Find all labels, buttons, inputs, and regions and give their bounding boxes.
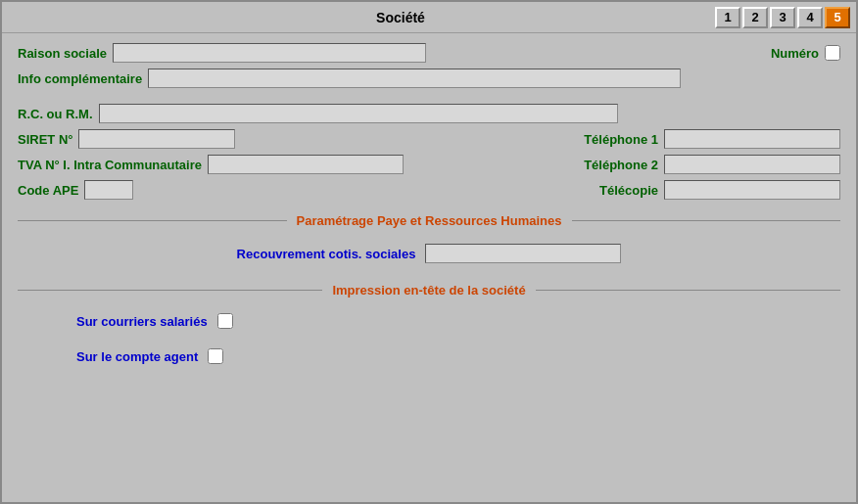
code-ape-input[interactable] [84, 180, 133, 200]
divider-line-right [572, 220, 841, 221]
raison-sociale-input[interactable] [113, 43, 426, 63]
impression-divider: Impression en-tête de la société [18, 283, 840, 298]
divider-imp-left [18, 290, 322, 291]
siret-phone1-row: SIRET N° Téléphone 1 [18, 129, 840, 149]
title-bar: Société 1 2 3 4 5 [2, 2, 856, 33]
sur-compte-checkbox[interactable] [208, 348, 223, 364]
rc-rm-label: R.C. ou R.M. [18, 107, 93, 121]
tva-phone2-row: TVA N° I. Intra Communautaire Téléphone … [18, 155, 840, 174]
tab-buttons: 1 2 3 4 5 [715, 7, 850, 28]
telephone2-input[interactable] [664, 155, 840, 174]
rc-row: R.C. ou R.M. [18, 104, 840, 123]
numero-checkbox[interactable] [825, 45, 840, 61]
tab-4[interactable]: 4 [797, 7, 823, 28]
parametrage-divider: Paramétrage Paye et Ressources Humaines [18, 213, 840, 228]
code-ape-label: Code APE [18, 183, 78, 198]
info-row: Info complémentaire [18, 69, 840, 88]
tab-3[interactable]: 3 [770, 7, 795, 28]
telecopie-label: Télécopie [599, 183, 658, 198]
telephone2-label: Téléphone 2 [584, 158, 658, 172]
content-area: Raison sociale Numéro Info complémentair… [2, 33, 856, 502]
recouvrement-row: Recouvrement cotis. sociales [18, 244, 840, 263]
info-complementaire-label: Info complémentaire [18, 71, 142, 86]
siret-label: SIRET N° [18, 132, 72, 147]
recouvrement-input[interactable] [425, 244, 621, 263]
telecopie-input[interactable] [664, 180, 840, 200]
telephone1-label: Téléphone 1 [584, 132, 658, 147]
numero-label: Numéro [771, 46, 819, 61]
window-title: Société [86, 10, 715, 25]
parametrage-label: Paramétrage Paye et Ressources Humaines [287, 213, 572, 228]
raison-sociale-label: Raison sociale [18, 46, 107, 61]
raison-row: Raison sociale Numéro [18, 43, 840, 63]
divider-line-left [18, 220, 287, 221]
courriers-row: Sur courriers salariés [76, 313, 840, 329]
siret-input[interactable] [78, 129, 235, 149]
tab-1[interactable]: 1 [715, 7, 740, 28]
info-complementaire-input[interactable] [148, 69, 681, 88]
impression-label: Impression en-tête de la société [322, 283, 535, 298]
codeape-telecopie-row: Code APE Télécopie [18, 180, 840, 200]
rc-rm-input[interactable] [99, 104, 618, 123]
tab-2[interactable]: 2 [742, 7, 768, 28]
telephone1-input[interactable] [664, 129, 840, 149]
sur-courriers-checkbox[interactable] [217, 313, 233, 329]
main-window: Société 1 2 3 4 5 Raison sociale Numéro … [0, 0, 858, 504]
divider-imp-right [536, 290, 840, 291]
recouvrement-label: Recouvrement cotis. sociales [237, 247, 416, 261]
compte-agent-row: Sur le compte agent [76, 348, 840, 364]
tab-5[interactable]: 5 [825, 7, 850, 28]
sur-courriers-label: Sur courriers salariés [76, 314, 208, 329]
sur-compte-label: Sur le compte agent [76, 349, 198, 364]
tva-input[interactable] [208, 155, 404, 174]
tva-label: TVA N° I. Intra Communautaire [18, 158, 202, 172]
